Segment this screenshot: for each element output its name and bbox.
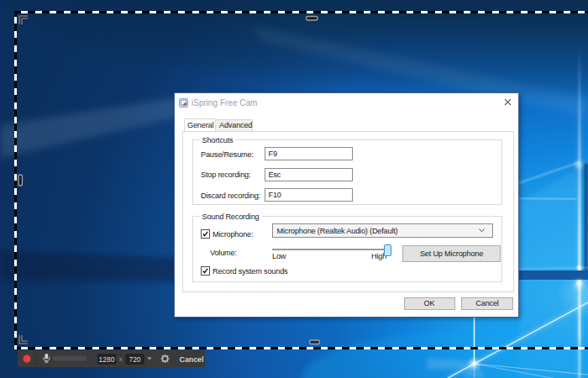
svg-text:720: 720 bbox=[129, 355, 140, 364]
svg-text:x: x bbox=[119, 355, 123, 363]
svg-text:1280: 1280 bbox=[99, 355, 115, 364]
svg-text:Cancel: Cancel bbox=[180, 355, 204, 364]
